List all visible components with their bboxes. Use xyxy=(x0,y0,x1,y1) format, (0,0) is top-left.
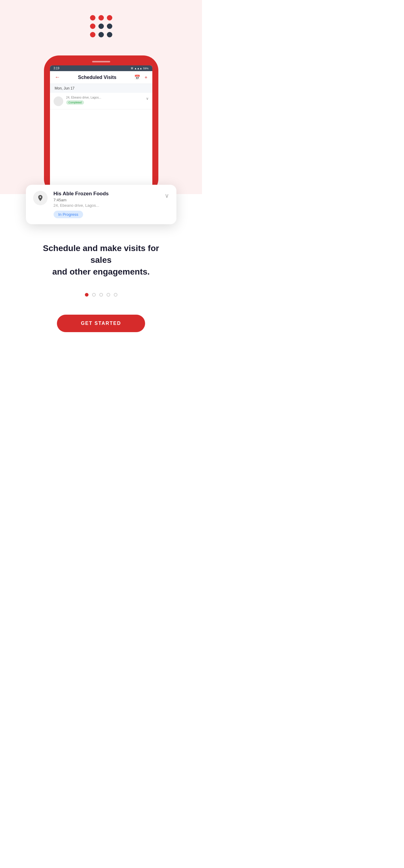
dot-5 xyxy=(98,24,104,29)
dot-1 xyxy=(90,15,95,21)
completed-badge: Completed xyxy=(66,100,84,104)
card-chevron-icon: ∨ xyxy=(165,192,169,199)
heading-line2: and other engagements. xyxy=(53,267,150,276)
visit-time: 7:45am xyxy=(54,198,159,202)
pagination xyxy=(85,293,117,297)
status-bar: 3:19 ⌘ ▲▲▲ 59% xyxy=(50,65,152,71)
main-heading: Schedule and make visits for sales and o… xyxy=(29,242,173,278)
visit-address-screen: 24, Ebeano drive, Lagos... xyxy=(66,96,143,99)
logo-dots xyxy=(90,15,112,37)
pagination-dot-5[interactable] xyxy=(114,293,117,297)
pagination-dot-4[interactable] xyxy=(107,293,110,297)
dot-4 xyxy=(90,24,95,29)
pagination-dot-2[interactable] xyxy=(92,293,96,297)
page-wrapper: 3:19 ⌘ ▲▲▲ 59% ← Scheduled Visits 📅 xyxy=(0,0,202,434)
phone-notch xyxy=(92,61,110,62)
visit-info-screen: 24, Ebeano drive, Lagos... Completed xyxy=(66,96,143,104)
card-avatar xyxy=(33,191,47,205)
pagination-dot-1[interactable] xyxy=(85,293,89,297)
dot-7 xyxy=(90,32,95,37)
get-started-button[interactable]: GET STARTED xyxy=(57,315,145,332)
phone-outer: 3:19 ⌘ ▲▲▲ 59% ← Scheduled Visits 📅 xyxy=(44,56,158,194)
pagination-dot-3[interactable] xyxy=(99,293,103,297)
dot-9 xyxy=(107,32,112,37)
status-time: 3:19 xyxy=(54,67,59,70)
heading-line1: Schedule and make visits for sales xyxy=(43,244,159,265)
in-progress-badge: In Progress xyxy=(54,211,83,218)
battery-label: 59% xyxy=(143,67,148,70)
chevron-down-icon: ∨ xyxy=(146,96,149,101)
phone-mockup: 3:19 ⌘ ▲▲▲ 59% ← Scheduled Visits 📅 xyxy=(44,56,158,194)
business-name: His Able Frozen Foods xyxy=(54,191,159,197)
dot-3 xyxy=(107,15,112,21)
dot-2 xyxy=(98,15,104,21)
visit-address: 24, Ebeano drive, Lagos... xyxy=(54,203,159,208)
date-label: Mon, Jun 17 xyxy=(50,84,152,93)
visit-avatar-screen xyxy=(54,96,63,106)
calendar-icon[interactable]: 📅 xyxy=(134,74,140,80)
back-arrow-icon[interactable]: ← xyxy=(55,74,60,81)
signal-icon: ▲▲▲ xyxy=(134,67,142,70)
bottom-section: Schedule and make visits for sales and o… xyxy=(0,194,202,434)
visit-item-screen: 24, Ebeano drive, Lagos... Completed ∨ xyxy=(50,93,152,110)
status-icons: ⌘ ▲▲▲ 59% xyxy=(131,67,149,70)
phone-screen: 3:19 ⌘ ▲▲▲ 59% ← Scheduled Visits 📅 xyxy=(50,65,152,194)
header-icons: 📅 + xyxy=(134,74,147,80)
card-content: His Able Frozen Foods 7:45am 24, Ebeano … xyxy=(54,191,159,218)
floating-card: His Able Frozen Foods 7:45am 24, Ebeano … xyxy=(26,185,176,224)
top-section: 3:19 ⌘ ▲▲▲ 59% ← Scheduled Visits 📅 xyxy=(0,0,202,194)
scheduled-visits-title: Scheduled Visits xyxy=(78,75,116,80)
bluetooth-icon: ⌘ xyxy=(131,67,133,70)
add-icon[interactable]: + xyxy=(144,75,147,80)
app-header: ← Scheduled Visits 📅 + xyxy=(50,71,152,84)
dot-6 xyxy=(107,24,112,29)
dot-8 xyxy=(98,32,104,37)
